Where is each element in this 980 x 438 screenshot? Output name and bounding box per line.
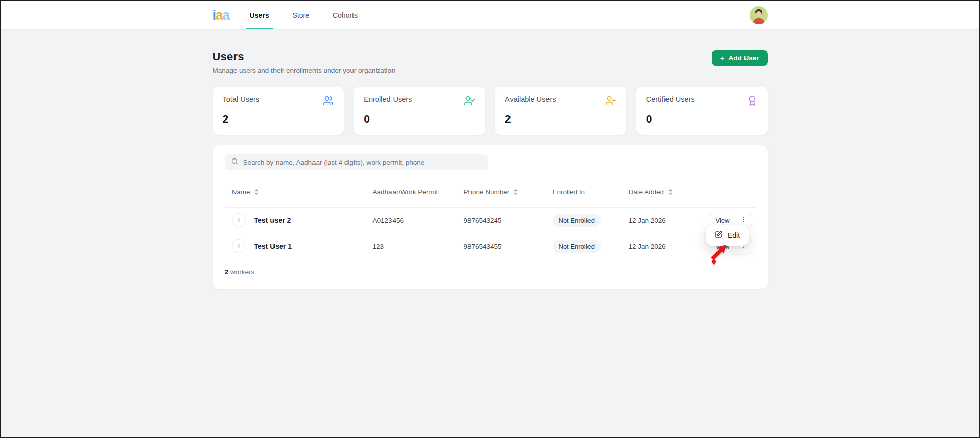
column-label: Enrolled In	[553, 188, 585, 196]
aadhaar-value: 123	[366, 243, 457, 250]
users-icon	[323, 95, 334, 106]
stat-card-available-users: Available Users 2	[495, 87, 626, 135]
column-header-name[interactable]: Name	[225, 188, 366, 196]
column-label: Aadhaar/Work Permit	[373, 188, 438, 196]
stat-card-enrolled-users: Enrolled Users 0	[354, 87, 485, 135]
column-header-phone[interactable]: Phone Number	[457, 188, 545, 196]
sort-icon	[253, 189, 259, 195]
top-navbar: iaa Users Store Cohorts	[1, 1, 979, 30]
stats-row: Total Users 2 Enrolled Users 0	[213, 87, 768, 135]
column-header-date-added[interactable]: Date Added	[621, 188, 709, 196]
nav-tabs: Users Store Cohorts	[247, 1, 378, 29]
page-title: Users	[213, 50, 396, 63]
stat-label: Enrolled Users	[364, 95, 412, 103]
plus-icon: +	[720, 54, 725, 62]
page-subtitle: Manage users and their enrollments under…	[213, 67, 396, 74]
phone-value: 9876543245	[457, 217, 545, 224]
award-icon	[747, 95, 758, 106]
column-label: Name	[232, 188, 250, 196]
column-header-enrolled-in: Enrolled In	[545, 188, 621, 196]
stat-value: 2	[223, 113, 334, 125]
sort-icon	[667, 189, 673, 195]
avatar-shirt	[753, 18, 764, 24]
user-check-icon	[464, 95, 475, 106]
search-input[interactable]	[243, 158, 482, 166]
column-header-aadhaar: Aadhaar/Work Permit	[366, 188, 457, 196]
avatar-face	[756, 11, 761, 16]
pencil-icon	[715, 231, 722, 241]
status-badge: Not Enrolled	[553, 240, 601, 253]
phone-value: 9876543455	[457, 243, 545, 250]
stat-value: 2	[505, 113, 616, 125]
row-avatar: T	[232, 239, 246, 253]
worker-count: 2workers	[213, 259, 768, 289]
worker-count-number: 2	[225, 268, 229, 276]
search-icon	[231, 157, 239, 167]
stat-label: Available Users	[505, 95, 556, 103]
user-name: Test User 1	[254, 242, 292, 250]
sort-icon	[513, 189, 519, 195]
user-name: Test user 2	[254, 216, 291, 224]
app-window: iaa Users Store Cohorts Users Manage use…	[0, 0, 980, 438]
stat-value: 0	[646, 113, 758, 125]
search-bar	[225, 154, 488, 170]
aadhaar-value: A0123456	[366, 217, 457, 224]
edit-menu-item[interactable]: Edit	[728, 231, 740, 240]
cursor-arrow-icon	[709, 240, 729, 267]
add-user-label: Add User	[728, 54, 759, 62]
table-row: T Test user 2 A0123456 9876543245 Not En…	[225, 207, 756, 233]
stat-card-total-users: Total Users 2	[213, 87, 344, 135]
iaa-logo[interactable]: iaa	[213, 9, 229, 22]
add-user-button[interactable]: + Add User	[712, 50, 768, 66]
status-badge: Not Enrolled	[553, 214, 601, 227]
worker-count-label: workers	[230, 268, 254, 276]
stat-label: Certified Users	[646, 95, 695, 103]
main-content: Users Manage users and their enrollments…	[213, 30, 768, 289]
profile-avatar[interactable]	[750, 6, 768, 24]
column-label: Date Added	[629, 188, 664, 196]
user-plus-icon	[605, 95, 616, 106]
row-avatar: T	[232, 213, 246, 227]
column-label: Phone Number	[464, 188, 510, 196]
more-vertical-icon	[740, 216, 748, 225]
table-row: T Test User 1 123 9876543455 Not Enrolle…	[225, 233, 756, 259]
users-table-card: Name Aadhaar/Work Permit Phone Number En…	[213, 145, 768, 289]
table-header-row: Name Aadhaar/Work Permit Phone Number En…	[225, 177, 756, 207]
stat-label: Total Users	[223, 95, 260, 103]
date-added-value: 12 Jan 2026	[621, 217, 709, 224]
tab-users[interactable]: Users	[247, 1, 272, 29]
date-added-value: 12 Jan 2026	[621, 243, 709, 250]
tab-store[interactable]: Store	[290, 1, 312, 29]
users-table: Name Aadhaar/Work Permit Phone Number En…	[213, 177, 768, 259]
stat-card-certified-users: Certified Users 0	[636, 87, 768, 135]
stat-value: 0	[364, 113, 475, 125]
tab-cohorts[interactable]: Cohorts	[330, 1, 361, 29]
